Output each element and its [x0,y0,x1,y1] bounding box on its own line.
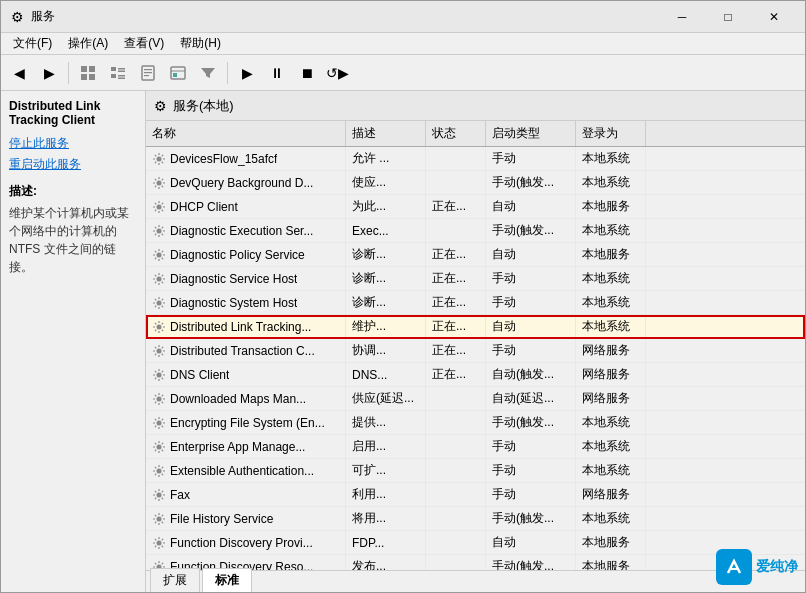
properties-button[interactable] [134,59,162,87]
service-name-cell: DNS Client [146,363,346,386]
wmi-control-button[interactable] [164,59,192,87]
tab-standard[interactable]: 标准 [202,568,252,592]
service-startup-cell: 手动 [486,435,576,458]
table-row[interactable]: Function Discovery Provi...FDP...自动本地服务 [146,531,805,555]
gear-icon [152,152,166,166]
services-table[interactable]: 名称 描述 状态 启动类型 登录为 DevicesFlow_15afcf允许 .… [146,121,805,570]
col-header-desc[interactable]: 描述 [346,121,426,146]
gear-icon [152,368,166,382]
service-startup-cell: 手动 [486,267,576,290]
stop-service-link[interactable]: 停止此服务 [9,135,137,152]
service-status-cell: 正在... [426,315,486,338]
col-header-status[interactable]: 状态 [426,121,486,146]
service-desc-cell: 允许 ... [346,147,426,170]
table-row[interactable]: Extensible Authentication...可扩...手动本地系统 [146,459,805,483]
service-name-cell: Fax [146,483,346,506]
service-desc-cell: 可扩... [346,459,426,482]
gear-icon [152,176,166,190]
maximize-button[interactable]: □ [705,1,751,33]
svg-point-19 [157,204,162,209]
service-login-cell: 本地服务 [576,195,646,218]
svg-point-23 [157,300,162,305]
show-details-button[interactable] [104,59,132,87]
service-name-text: Diagnostic Service Host [170,272,297,286]
table-row[interactable]: Downloaded Maps Man...供应(延迟...自动(延迟...网络… [146,387,805,411]
window-controls: ─ □ ✕ [659,1,797,33]
tab-expand[interactable]: 扩展 [150,568,200,592]
service-name-cell: Distributed Link Tracking... [146,315,346,338]
close-button[interactable]: ✕ [751,1,797,33]
menu-view[interactable]: 查看(V) [116,33,172,54]
service-status-cell [426,507,486,530]
menu-file[interactable]: 文件(F) [5,33,60,54]
table-row[interactable]: Diagnostic Policy Service诊断...正在...自动本地服… [146,243,805,267]
start-service-button[interactable]: ▶ [233,59,261,87]
gear-icon [152,416,166,430]
table-row[interactable]: DHCP Client为此...正在...自动本地服务 [146,195,805,219]
svg-rect-0 [81,66,87,72]
table-row[interactable]: DevQuery Background D...使应...手动(触发...本地系… [146,171,805,195]
svg-point-31 [157,492,162,497]
service-name-cell: DevQuery Background D... [146,171,346,194]
table-row[interactable]: Diagnostic Service Host诊断...正在...手动本地系统 [146,267,805,291]
watermark-logo [716,549,752,585]
back-button[interactable]: ◀ [5,59,33,87]
table-row[interactable]: Distributed Transaction C...协调...正在...手动… [146,339,805,363]
service-name-cell: DevicesFlow_15afcf [146,147,346,170]
service-name-text: Distributed Link Tracking... [170,320,311,334]
gear-icon [152,272,166,286]
svg-point-33 [157,540,162,545]
service-status-cell: 正在... [426,363,486,386]
service-desc-cell: 为此... [346,195,426,218]
svg-rect-9 [118,77,125,79]
filter-button[interactable] [194,59,222,87]
gear-icon [152,512,166,526]
table-row[interactable]: Encrypting File System (En...提供...手动(触发.… [146,411,805,435]
svg-rect-4 [111,67,116,71]
forward-button[interactable]: ▶ [35,59,63,87]
gear-icon [152,344,166,358]
svg-rect-11 [144,69,152,70]
table-row[interactable]: Diagnostic System Host诊断...正在...手动本地系统 [146,291,805,315]
table-row[interactable]: DNS ClientDNS...正在...自动(触发...网络服务 [146,363,805,387]
col-header-name[interactable]: 名称 [146,121,346,146]
service-status-cell [426,387,486,410]
table-row[interactable]: DevicesFlow_15afcf允许 ...手动本地系统 [146,147,805,171]
col-header-login[interactable]: 登录为 [576,121,646,146]
table-row[interactable]: Enterprise App Manage...启用...手动本地系统 [146,435,805,459]
stop-service-button[interactable]: ⏹ [293,59,321,87]
service-startup-cell: 手动 [486,459,576,482]
toolbar: ◀ ▶ ▶ ⏸ ⏹ ↺▶ [1,55,805,91]
col-header-startup[interactable]: 启动类型 [486,121,576,146]
service-name-text: Enterprise App Manage... [170,440,305,454]
table-row[interactable]: Distributed Link Tracking...维护...正在...自动… [146,315,805,339]
service-status-cell [426,459,486,482]
svg-rect-6 [118,70,125,72]
menu-action[interactable]: 操作(A) [60,33,116,54]
table-row[interactable]: File History Service将用...手动(触发...本地系统 [146,507,805,531]
svg-point-29 [157,444,162,449]
service-status-cell [426,531,486,554]
restart-service-link[interactable]: 重启动此服务 [9,156,137,173]
service-status-cell [426,555,486,570]
pause-service-button[interactable]: ⏸ [263,59,291,87]
service-login-cell: 本地系统 [576,435,646,458]
desc-text: 维护某个计算机内或某个网络中的计算机的 NTFS 文件之间的链接。 [9,204,137,276]
service-name-text: Fax [170,488,190,502]
table-row[interactable]: Diagnostic Execution Ser...Exec...手动(触发.… [146,219,805,243]
service-name-text: Diagnostic Execution Ser... [170,224,313,238]
window-icon: ⚙ [9,9,25,25]
menu-help[interactable]: 帮助(H) [172,33,229,54]
restart-service-button[interactable]: ↺▶ [323,59,351,87]
svg-rect-1 [89,66,95,72]
svg-point-22 [157,276,162,281]
service-login-cell: 本地服务 [576,531,646,554]
table-row[interactable]: Fax利用...手动网络服务 [146,483,805,507]
minimize-button[interactable]: ─ [659,1,705,33]
show-scope-button[interactable] [74,59,102,87]
service-name-text: Diagnostic System Host [170,296,297,310]
svg-point-32 [157,516,162,521]
service-desc-cell: 提供... [346,411,426,434]
service-name-text: DevQuery Background D... [170,176,313,190]
watermark-text: 爱纯净 [756,558,798,576]
